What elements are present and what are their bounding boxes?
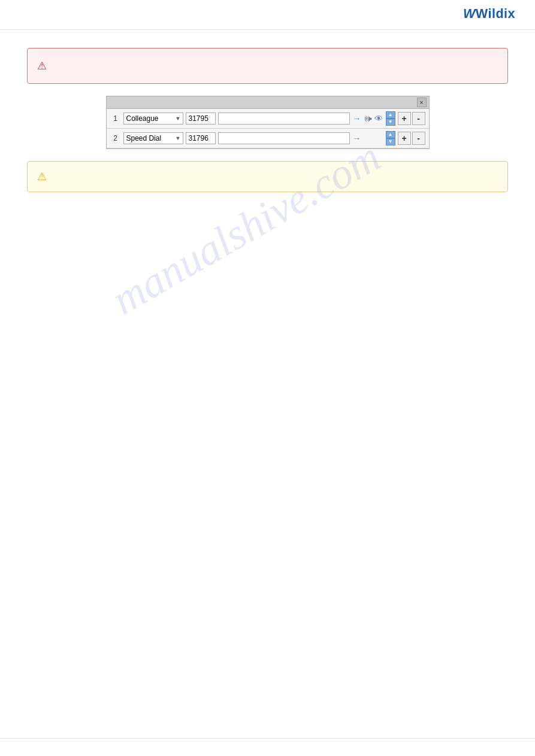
- row-1-type-wrapper: Colleague Speed Dial BLF Transfer Park ▼: [123, 113, 183, 125]
- panel-area: × 1 Colleague Speed Dial BLF Transfer Pa…: [0, 96, 535, 149]
- row-2-remove-button[interactable]: -: [412, 132, 425, 145]
- row-1-type-select[interactable]: Colleague Speed Dial BLF Transfer Park: [123, 113, 183, 125]
- svg-text:WWildix: WWildix: [463, 5, 515, 20]
- row-1-speaker-icon[interactable]: 🕪: [363, 114, 373, 123]
- row-1-number: 1: [110, 114, 121, 123]
- wildix-logo: WWildix: [463, 4, 523, 26]
- row-2-number: 2: [110, 134, 121, 142]
- row-2-label-input[interactable]: [218, 132, 350, 144]
- warning-icon: ⚠: [37, 170, 47, 183]
- error-icon: ⚠: [37, 59, 47, 72]
- row-1-add-button[interactable]: +: [398, 112, 411, 125]
- widget-row: 2 Colleague Speed Dial BLF Transfer Park…: [107, 129, 429, 148]
- widget-row: 1 Colleague Speed Dial BLF Transfer Park…: [107, 109, 429, 129]
- widget-panel: × 1 Colleague Speed Dial BLF Transfer Pa…: [106, 96, 430, 149]
- row-1-move-down-button[interactable]: ▼: [386, 119, 395, 126]
- row-1-move-buttons: ▲ ▼: [386, 111, 395, 126]
- row-1-add-remove: + -: [398, 112, 425, 125]
- row-1-number-input[interactable]: [186, 113, 216, 125]
- row-2-move-buttons: ▲ ▼: [386, 131, 395, 145]
- row-2-action-icons: → 🕪 👁: [352, 133, 383, 143]
- row-2-move-up-button[interactable]: ▲: [386, 131, 395, 138]
- row-2-number-input[interactable]: [186, 132, 216, 144]
- row-2-arrow-right-icon[interactable]: →: [352, 133, 362, 143]
- row-2-type-select[interactable]: Colleague Speed Dial BLF Transfer Park: [123, 132, 183, 144]
- error-alert: ⚠: [27, 48, 508, 84]
- row-2-add-button[interactable]: +: [398, 132, 411, 145]
- page-footer: [0, 738, 535, 756]
- warning-alert: ⚠: [27, 161, 508, 192]
- page-header: WWildix: [0, 0, 535, 30]
- row-2-type-wrapper: Colleague Speed Dial BLF Transfer Park ▼: [123, 132, 183, 144]
- row-2-move-down-button[interactable]: ▼: [386, 138, 395, 145]
- row-1-eye-icon[interactable]: 👁: [374, 114, 383, 123]
- wildix-logo-svg: WWildix: [463, 4, 523, 22]
- row-1-action-icons: → 🕪 👁: [352, 114, 383, 123]
- widget-titlebar: ×: [107, 96, 429, 109]
- row-1-label-input[interactable]: [218, 113, 350, 125]
- row-1-arrow-right-icon[interactable]: →: [352, 114, 362, 123]
- widget-close-button[interactable]: ×: [417, 98, 427, 107]
- row-1-remove-button[interactable]: -: [412, 112, 425, 125]
- row-2-add-remove: + -: [398, 132, 425, 145]
- row-1-move-up-button[interactable]: ▲: [386, 111, 395, 119]
